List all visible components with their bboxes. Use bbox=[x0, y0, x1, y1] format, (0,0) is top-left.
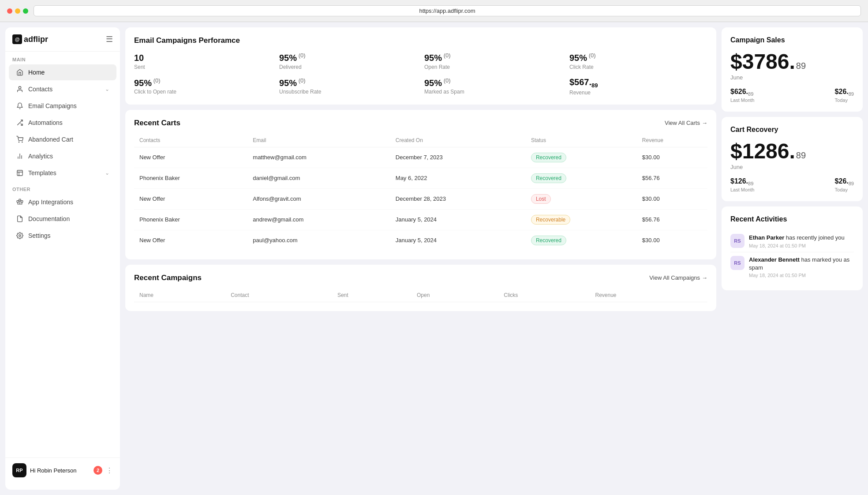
perf-delivered: 95% (0) Delivered bbox=[279, 52, 417, 70]
table-row: New Offer paul@yahoo.com January 5, 2024… bbox=[134, 230, 707, 251]
sidebar-item-home[interactable]: Home bbox=[9, 64, 116, 80]
perf-cto-label: Click to Open rate bbox=[134, 89, 272, 95]
cart-recovery-today: $26.89 Today bbox=[835, 177, 854, 192]
sidebar-item-settings[interactable]: Settings bbox=[9, 228, 116, 244]
perf-unsubscribe: 95% (0) Unsubscribe Rate bbox=[279, 77, 417, 96]
url-bar[interactable]: https://app.adflipr.com bbox=[34, 5, 861, 16]
cart-revenue: $30.00 bbox=[637, 188, 707, 209]
col-email: Email bbox=[247, 134, 390, 147]
sidebar-item-analytics[interactable]: Analytics bbox=[9, 148, 116, 164]
minimize-button[interactable] bbox=[15, 8, 20, 14]
sidebar-item-templates[interactable]: Templates ⌄ bbox=[9, 165, 116, 181]
last-month-label: Last Month bbox=[730, 98, 754, 103]
activity-content: Ethan Parker has recently joined you May… bbox=[749, 234, 845, 248]
chevron-down-icon: ⌄ bbox=[105, 86, 109, 92]
cart-recovery-breakdown: $126.89 Last Month $26.89 Today bbox=[730, 177, 854, 192]
cart-status: Recovered bbox=[526, 168, 637, 188]
view-all-campaigns-link[interactable]: View All Campaigns → bbox=[649, 274, 707, 281]
view-all-carts-link[interactable]: View All Carts → bbox=[665, 120, 707, 126]
col-revenue: Revenue bbox=[637, 134, 707, 147]
sidebar-item-label: Automations bbox=[28, 119, 63, 126]
sidebar-item-label: Abandoned Cart bbox=[28, 136, 73, 143]
table-row: Phonenix Baker daniel@gmail.com May 6, 2… bbox=[134, 168, 707, 188]
sidebar-item-documentation[interactable]: Documentation bbox=[9, 211, 116, 227]
close-button[interactable] bbox=[7, 8, 12, 14]
analytics-icon bbox=[16, 152, 24, 160]
perf-sent-value: 10 bbox=[134, 52, 272, 63]
col-status: Status bbox=[526, 134, 637, 147]
app-container: @ adflipr ☰ Main Home Contacts ⌄ bbox=[0, 22, 868, 495]
perf-delivered-label: Delivered bbox=[279, 64, 417, 70]
browser-chrome: https://app.adflipr.com bbox=[0, 0, 868, 22]
recent-campaigns-title: Recent Campaigns bbox=[134, 274, 202, 282]
user-avatar: RP bbox=[12, 463, 26, 477]
activity-item: RS Ethan Parker has recently joined you … bbox=[730, 230, 854, 252]
activity-avatar: RS bbox=[730, 234, 745, 248]
svg-point-3 bbox=[19, 142, 19, 142]
sidebar-item-label: Templates bbox=[28, 169, 56, 176]
sidebar-item-label: Documentation bbox=[28, 215, 70, 222]
campaigns-table: Name Contact Sent Open Clicks Revenue bbox=[134, 289, 707, 302]
performance-card: Email Campaigns Perforamce 10 Sent 95% (… bbox=[125, 27, 716, 105]
perf-open-rate-value: 95% (0) bbox=[424, 52, 562, 63]
activity-text: Ethan Parker has recently joined you bbox=[749, 234, 845, 242]
recent-carts-card: Recent Carts View All Carts → Contacts E… bbox=[125, 110, 716, 259]
perf-open-rate-label: Open Rate bbox=[424, 64, 562, 70]
cart-email: Alfons@gravit.com bbox=[247, 188, 390, 209]
cart-recovery-amount: $1286. bbox=[730, 141, 795, 162]
col-contacts: Contacts bbox=[134, 134, 247, 147]
recent-activities-title: Recent Activities bbox=[730, 215, 854, 223]
cart-recovery-title: Cart Recovery bbox=[730, 126, 854, 134]
sidebar-item-app-integrations[interactable]: App Integrations bbox=[9, 194, 116, 210]
sidebar-item-label: App Integrations bbox=[28, 199, 73, 206]
perf-revenue-label: Revenue bbox=[569, 90, 707, 96]
camp-col-name: Name bbox=[134, 289, 225, 302]
perf-sent: 10 Sent bbox=[134, 52, 272, 70]
sidebar-item-label: Analytics bbox=[28, 153, 53, 160]
cart-status: Recoverable bbox=[526, 209, 637, 230]
camp-col-clicks: Clicks bbox=[498, 289, 590, 302]
cart-created: January 5, 2024 bbox=[390, 209, 526, 230]
cr-today-value: $26.89 bbox=[835, 177, 854, 186]
activity-time: May 18, 2024 at 01:50 PM bbox=[749, 273, 854, 278]
cart-created: December 28, 2023 bbox=[390, 188, 526, 209]
maximize-button[interactable] bbox=[23, 8, 28, 14]
camp-col-revenue: Revenue bbox=[590, 289, 707, 302]
perf-unsubscribe-value: 95% (0) bbox=[279, 77, 417, 88]
campaign-sales-cents: 89 bbox=[796, 61, 806, 71]
camp-col-open: Open bbox=[412, 289, 498, 302]
perf-delivered-value: 95% (0) bbox=[279, 52, 417, 63]
performance-title: Email Campaigns Perforamce bbox=[134, 36, 707, 45]
main-content: Email Campaigns Perforamce 10 Sent 95% (… bbox=[125, 27, 716, 490]
sidebar-item-abandoned-cart[interactable]: Abandoned Cart bbox=[9, 131, 116, 147]
svg-point-18 bbox=[19, 235, 21, 236]
cr-last-month-label: Last Month bbox=[730, 187, 754, 192]
sidebar-item-email-campaigns[interactable]: Email Campaigns bbox=[9, 98, 116, 114]
more-options-button[interactable]: ⋮ bbox=[106, 466, 113, 475]
perf-click-rate: 95% (0) Click Rate bbox=[569, 52, 707, 70]
menu-toggle[interactable]: ☰ bbox=[106, 34, 113, 44]
perf-spam: 95% (0) Marked as Spam bbox=[424, 77, 562, 96]
notification-badge[interactable]: 2 bbox=[94, 466, 102, 475]
sidebar-item-label: Home bbox=[28, 69, 45, 76]
right-panel: Campaign Sales $3786. 89 June $626.89 La… bbox=[722, 27, 863, 490]
activities-list: RS Ethan Parker has recently joined you … bbox=[730, 230, 854, 281]
sidebar-item-contacts[interactable]: Contacts ⌄ bbox=[9, 81, 116, 97]
arrow-icon: → bbox=[702, 274, 707, 281]
logo-icon: @ bbox=[12, 34, 22, 44]
campaign-sales-breakdown: $626.89 Last Month $26.89 Today bbox=[730, 88, 854, 103]
templates-icon bbox=[16, 169, 24, 177]
logo-text: adflipr bbox=[24, 35, 48, 44]
activity-content: Alexander Bennett has marked you as spam… bbox=[749, 256, 854, 278]
cart-created: December 7, 2023 bbox=[390, 147, 526, 168]
carts-table: Contacts Email Created On Status Revenue… bbox=[134, 134, 707, 251]
svg-point-4 bbox=[22, 142, 22, 142]
sidebar-item-label: Settings bbox=[28, 232, 51, 239]
cart-recovery-card: Cart Recovery $1286. 89 June $126.89 Las… bbox=[722, 117, 863, 201]
recent-carts-title: Recent Carts bbox=[134, 119, 180, 128]
perf-unsubscribe-label: Unsubscribe Rate bbox=[279, 89, 417, 95]
sidebar-item-automations[interactable]: Automations bbox=[9, 115, 116, 131]
cart-email: andrew@gmail.com bbox=[247, 209, 390, 230]
perf-spam-value: 95% (0) bbox=[424, 77, 562, 88]
table-row: Phonenix Baker andrew@gmail.com January … bbox=[134, 209, 707, 230]
